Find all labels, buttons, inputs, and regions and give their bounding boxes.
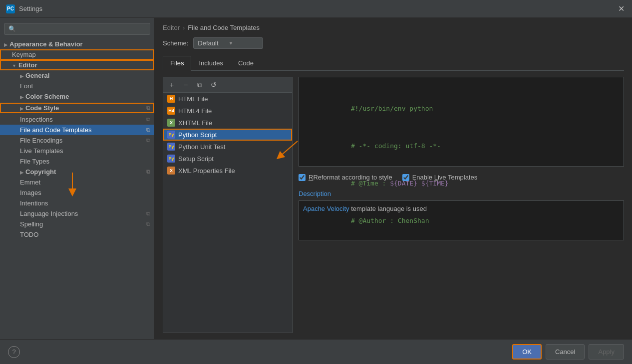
tab-code[interactable]: Code: [231, 56, 261, 70]
tab-includes[interactable]: Includes: [191, 56, 230, 70]
sidebar-item-fileencodings[interactable]: File Encodings ⧉: [0, 135, 154, 146]
xml-file-icon: X: [167, 167, 175, 175]
bottom-buttons: OK Cancel Apply: [512, 344, 624, 360]
add-template-button[interactable]: +: [166, 79, 177, 90]
search-box[interactable]: 🔍: [4, 23, 150, 35]
sidebar-item-label: Color Scheme: [25, 93, 69, 100]
sidebar-item-inspections[interactable]: Inspections ⧉: [0, 114, 154, 125]
file-item-label: Python Script: [178, 131, 217, 139]
arrow-right-icon: [20, 168, 23, 176]
arrow-right-icon: [20, 72, 23, 79]
sidebar-item-emmet[interactable]: Emmet: [0, 177, 154, 187]
sidebar-item-font[interactable]: Font: [0, 81, 154, 91]
arrow-right-icon: [20, 104, 23, 112]
file-item-label: Setup Script: [178, 155, 214, 163]
sidebar-item-label: Inspections: [20, 116, 53, 123]
sidebar-item-images[interactable]: Images: [0, 187, 154, 198]
sidebar-item-label: Emmet: [20, 179, 40, 186]
search-input[interactable]: [19, 25, 146, 32]
breadcrumb-separator: ›: [183, 24, 185, 31]
code-line-2: # -*- coding: utf-8 -*-: [304, 135, 619, 157]
sidebar-item-label: Font: [20, 82, 33, 90]
file-list: H HTML File H4 HTML4 File X XHTML File P…: [163, 93, 292, 333]
setup-file-icon: Py: [167, 155, 175, 163]
search-icon: 🔍: [8, 25, 16, 32]
files-panel: + − ⧉ ↺ H HTML File H4 HTML4 File X: [163, 77, 624, 333]
python-file-icon: Py: [167, 131, 175, 139]
main-container: 🔍 Appearance & Behavior Keymap Editor Ge…: [0, 18, 632, 339]
breadcrumb-part: Editor: [163, 24, 180, 31]
sidebar-item-label: Live Templates: [20, 147, 63, 155]
content-area: Editor › File and Code Templates Scheme:…: [155, 18, 632, 339]
sidebar-item-livetemplates[interactable]: Live Templates: [0, 146, 154, 156]
scheme-dropdown[interactable]: Default ▼: [193, 37, 263, 49]
copy-icon: ⧉: [146, 116, 150, 123]
code-editor[interactable]: #!/usr/bin/env python # -*- coding: utf-…: [299, 77, 624, 167]
sidebar-item-label: Keymap: [12, 51, 36, 58]
sidebar-item-keymap[interactable]: Keymap: [0, 49, 154, 60]
reset-template-button[interactable]: ↺: [208, 79, 219, 90]
arrow-right-icon: [20, 93, 23, 100]
list-item[interactable]: Py Python Unit Test: [163, 141, 292, 153]
list-item[interactable]: Py Setup Script: [163, 153, 292, 165]
copy-icon: ⧉: [146, 210, 150, 217]
apply-button[interactable]: Apply: [589, 344, 624, 360]
pyunit-file-icon: Py: [167, 143, 175, 151]
breadcrumb-current: File and Code Templates: [188, 24, 260, 31]
ok-button[interactable]: OK: [512, 344, 542, 360]
file-item-label: HTML File: [178, 95, 208, 103]
sidebar-item-label: Spelling: [20, 220, 43, 228]
file-item-label: HTML4 File: [178, 107, 212, 115]
list-item[interactable]: X XML Properties File: [163, 165, 292, 177]
copy-template-button[interactable]: ⧉: [194, 79, 205, 90]
sidebar-item-fileandcodetemplates[interactable]: File and Code Templates ⧉: [0, 125, 154, 135]
code-editor-container: #!/usr/bin/env python # -*- coding: utf-…: [299, 77, 624, 333]
cancel-button[interactable]: Cancel: [546, 344, 585, 360]
sidebar-item-label: Code Style: [25, 104, 59, 112]
sidebar-item-label: General: [25, 72, 49, 79]
sidebar-item-label: File Types: [20, 158, 49, 165]
sidebar-item-todo[interactable]: TODO: [0, 229, 154, 240]
file-item-label: XML Properties File: [178, 167, 235, 175]
sidebar-item-label: Images: [20, 189, 41, 196]
sidebar-item-label: Copyright: [25, 168, 56, 176]
sidebar-item-spelling[interactable]: Spelling ⧉: [0, 219, 154, 229]
tabs-bar: Files Includes Code: [163, 56, 624, 71]
list-item-python-script[interactable]: Py Python Script: [163, 129, 292, 141]
sidebar-item-intentions[interactable]: Intentions: [0, 198, 154, 208]
copy-icon: ⧉: [146, 137, 150, 144]
sidebar-item-filetypes[interactable]: File Types: [0, 156, 154, 167]
list-item[interactable]: H HTML File: [163, 93, 292, 105]
copy-icon: ⧉: [146, 127, 150, 133]
title-bar: PC Settings ✕: [0, 0, 632, 18]
arrow-right-icon: [4, 40, 7, 48]
sidebar-item-editor[interactable]: Editor: [0, 60, 154, 70]
sidebar-item-copyright[interactable]: Copyright ⧉: [0, 167, 154, 177]
sidebar-item-codestyle[interactable]: Code Style ⧉: [0, 103, 154, 113]
scheme-label: Scheme:: [163, 39, 188, 47]
file-item-label: Python Unit Test: [178, 143, 225, 151]
sidebar-item-general[interactable]: General: [0, 70, 154, 81]
remove-template-button[interactable]: −: [180, 79, 191, 90]
list-item[interactable]: H4 HTML4 File: [163, 105, 292, 117]
app-icon: PC: [6, 4, 15, 13]
sidebar-item-label: Intentions: [20, 199, 48, 207]
bottom-bar: ? OK Cancel Apply: [0, 339, 632, 364]
file-item-label: XHTML File: [178, 119, 212, 127]
scheme-value: Default: [198, 39, 218, 47]
html4-file-icon: H4: [167, 107, 175, 115]
list-item[interactable]: X XHTML File: [163, 117, 292, 129]
copy-icon: ⧉: [146, 169, 150, 175]
xhtml-file-icon: X: [167, 119, 175, 127]
tab-files[interactable]: Files: [163, 56, 191, 71]
close-button[interactable]: ✕: [616, 4, 626, 14]
title-bar-left: PC Settings: [6, 4, 42, 13]
sidebar-item-label: Appearance & Behavior: [9, 40, 83, 48]
sidebar-item-label: Language Injections: [20, 210, 78, 217]
file-list-toolbar: + − ⧉ ↺: [163, 77, 292, 93]
help-button[interactable]: ?: [8, 346, 20, 358]
sidebar-item-languageinjections[interactable]: Language Injections ⧉: [0, 208, 154, 219]
sidebar-item-appearance[interactable]: Appearance & Behavior: [0, 39, 154, 49]
chevron-down-icon: ▼: [229, 40, 234, 46]
sidebar-item-colorscheme[interactable]: Color Scheme: [0, 91, 154, 102]
